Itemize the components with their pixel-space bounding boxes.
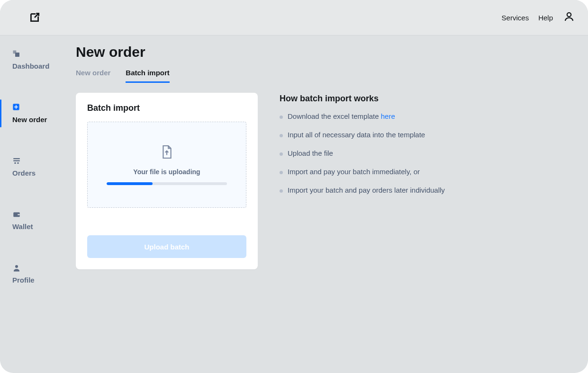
info-panel: How batch import works Download the exce… — [280, 93, 445, 204]
orders-icon — [12, 157, 21, 165]
svg-rect-2 — [15, 53, 19, 57]
svg-rect-5 — [13, 160, 20, 161]
main: New order New order Batch import Batch i… — [76, 36, 588, 373]
svg-rect-4 — [13, 158, 20, 159]
dashboard-icon — [12, 50, 21, 58]
tab-new-order[interactable]: New order — [76, 65, 110, 83]
sidebar: Dashboard New order Orders — [0, 36, 76, 373]
upload-batch-button[interactable]: Upload batch — [87, 235, 246, 258]
info-step-2: Input all of necessary data into the tem… — [280, 131, 445, 139]
plus-square-icon — [12, 103, 21, 112]
info-step-4: Import and pay your batch immediately, o… — [280, 168, 445, 176]
bullet-icon — [280, 171, 283, 174]
sidebar-item-label: Dashboard — [12, 62, 76, 70]
sidebar-item-label: Profile — [12, 276, 76, 284]
info-step-text: Upload the file — [288, 149, 333, 157]
app-window: Services Help Dashboard New order — [0, 0, 588, 373]
tabs: New order Batch import — [76, 65, 569, 83]
topbar: Services Help — [0, 0, 588, 36]
nav-services[interactable]: Services — [502, 14, 529, 22]
wallet-icon — [12, 210, 21, 219]
upload-status-text: Your file is uploading — [133, 168, 200, 176]
batch-import-card: Batch import Your file is uploading — [76, 93, 258, 269]
tab-batch-import[interactable]: Batch import — [126, 65, 170, 83]
page-title: New order — [76, 44, 569, 60]
info-list: Download the excel template here Input a… — [280, 112, 445, 194]
sidebar-item-wallet[interactable]: Wallet — [0, 201, 76, 240]
bullet-icon — [280, 134, 283, 137]
user-avatar-icon[interactable] — [563, 11, 575, 24]
bullet-icon — [280, 189, 283, 193]
svg-rect-6 — [15, 162, 16, 164]
svg-point-10 — [15, 265, 18, 268]
profile-icon — [12, 264, 21, 272]
template-download-link[interactable]: here — [381, 112, 395, 120]
sidebar-item-profile[interactable]: Profile — [0, 254, 76, 293]
info-step-1-prefix: Download the excel template — [288, 112, 381, 120]
progress-bar — [107, 182, 227, 185]
sidebar-item-label: Orders — [12, 169, 76, 177]
dropzone[interactable]: Your file is uploading — [87, 122, 246, 208]
sidebar-item-dashboard[interactable]: Dashboard — [0, 40, 76, 80]
content-columns: Batch import Your file is uploading — [76, 93, 569, 269]
sidebar-item-new-order[interactable]: New order — [0, 94, 76, 133]
info-step-text: Input all of necessary data into the tem… — [288, 131, 425, 139]
info-step-5: Import your batch and pay orders later i… — [280, 186, 445, 194]
card-title: Batch import — [87, 103, 246, 113]
info-step-text: Import your batch and pay orders later i… — [288, 186, 445, 194]
info-step-1: Download the excel template here — [280, 112, 445, 120]
svg-rect-7 — [18, 162, 19, 164]
bullet-icon — [280, 115, 283, 119]
logo-icon — [28, 11, 41, 24]
body: Dashboard New order Orders — [0, 36, 588, 373]
file-upload-icon — [161, 144, 173, 161]
sidebar-item-label: Wallet — [12, 222, 76, 231]
svg-point-0 — [567, 13, 571, 17]
info-step-text: Import and pay your batch immediately, o… — [288, 168, 420, 176]
progress-bar-fill — [107, 182, 153, 185]
bullet-icon — [280, 152, 283, 156]
nav-help[interactable]: Help — [538, 14, 553, 22]
info-step-text: Download the excel template here — [288, 112, 395, 120]
svg-rect-9 — [18, 214, 20, 215]
info-title: How batch import works — [280, 94, 445, 104]
sidebar-item-label: New order — [12, 115, 76, 124]
info-step-3: Upload the file — [280, 149, 445, 157]
sidebar-item-orders[interactable]: Orders — [0, 147, 76, 186]
